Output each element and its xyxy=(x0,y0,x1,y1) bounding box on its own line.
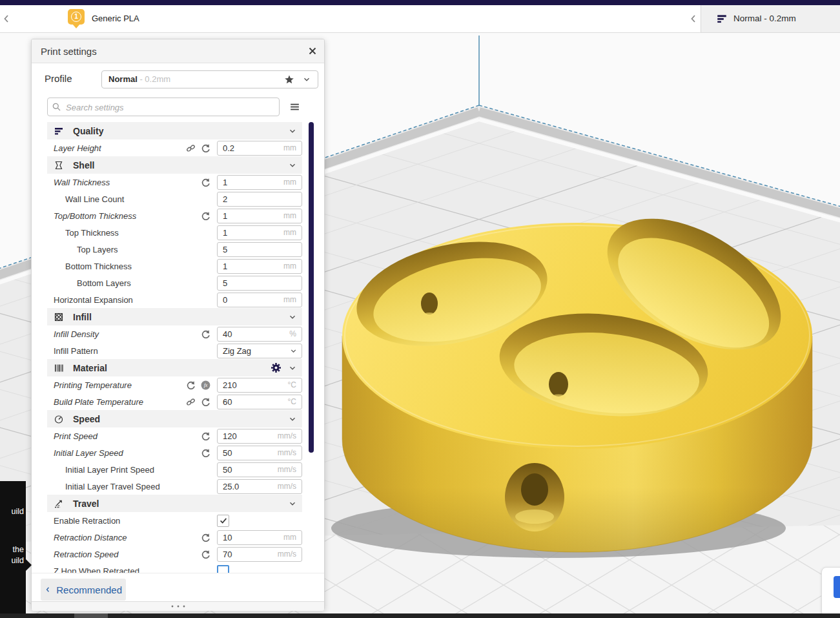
chevron-down-icon[interactable] xyxy=(288,415,297,424)
profile-label: Profile xyxy=(45,73,72,84)
collapse-material-chevron-icon[interactable] xyxy=(1,14,12,24)
reset-icon[interactable] xyxy=(200,532,211,543)
reset-icon[interactable] xyxy=(200,329,211,340)
setting-value-field[interactable]: 210°C xyxy=(217,378,302,393)
panel-header[interactable]: Print settings xyxy=(32,39,324,63)
setting-checkbox[interactable] xyxy=(217,515,229,527)
settings-menu-icon[interactable] xyxy=(289,101,300,112)
star-icon[interactable] xyxy=(284,74,294,85)
setting-value-field[interactable]: 120mm/s xyxy=(217,429,302,444)
chevron-down-icon[interactable] xyxy=(288,161,297,170)
setting-value-field[interactable]: 25.0mm/s xyxy=(217,479,302,494)
print-settings-summary-button[interactable]: Normal - 0.2mm xyxy=(701,5,840,32)
category-shell[interactable]: Shell xyxy=(47,156,302,174)
search-box[interactable] xyxy=(47,98,280,116)
setting-label: Retraction Distance xyxy=(47,533,200,542)
setting-row-enable-retraction: Enable Retraction xyxy=(47,512,302,529)
collapse-settings-chevron-icon[interactable] xyxy=(688,14,699,24)
setting-value-column xyxy=(217,565,302,573)
setting-value-field[interactable]: 1mm xyxy=(217,259,302,274)
setting-label: Bottom Thickness xyxy=(47,262,217,271)
extruder-badge[interactable]: 1 xyxy=(68,9,85,25)
setting-row-layer-height: Layer Height0.2mm xyxy=(47,139,302,156)
reset-icon[interactable] xyxy=(200,211,211,221)
reset-icon[interactable] xyxy=(200,431,211,442)
search-icon xyxy=(52,102,61,112)
gear-icon[interactable] xyxy=(271,362,282,373)
search-input[interactable] xyxy=(65,99,274,116)
setting-value-column: 2 xyxy=(217,192,302,207)
chevron-down-icon[interactable] xyxy=(288,313,297,322)
setting-value: Zig Zag xyxy=(223,346,289,356)
setting-value: 70 xyxy=(223,550,278,559)
panel-drag-handle[interactable] xyxy=(32,601,324,611)
setting-value-column: 50mm/s xyxy=(217,446,302,460)
setting-row-icons xyxy=(200,329,211,340)
setting-unit: mm/s xyxy=(278,431,296,440)
category-infill[interactable]: Infill xyxy=(47,308,302,325)
setting-value-field[interactable]: 10mm xyxy=(217,530,302,545)
setting-value-column: 120mm/s xyxy=(217,429,302,444)
chevron-down-icon[interactable] xyxy=(302,75,311,84)
chevron-down-icon[interactable] xyxy=(289,347,298,355)
setting-value-field[interactable]: 5 xyxy=(217,276,302,291)
setting-value-field[interactable]: 40% xyxy=(217,327,302,342)
setting-row-retraction-distance: Retraction Distance10mm xyxy=(47,529,302,546)
chevron-down-icon[interactable] xyxy=(288,127,297,136)
reset-icon[interactable] xyxy=(185,380,196,391)
recommended-button[interactable]: Recommended xyxy=(41,579,126,601)
fx-icon[interactable]: fx xyxy=(200,380,211,391)
build-plate-tooltip: uild the uild xyxy=(0,481,26,615)
reset-icon[interactable] xyxy=(200,397,211,407)
setting-value-field[interactable]: 2 xyxy=(217,192,302,207)
category-label: Quality xyxy=(73,126,288,136)
top-bar: 1 Generic PLA Normal - 0.2mm xyxy=(0,5,840,33)
setting-value-column: 50mm/s xyxy=(217,462,302,477)
setting-value-column: 210°C xyxy=(217,378,302,393)
setting-label: Horizontal Expansion xyxy=(47,295,217,305)
setting-value: 5 xyxy=(223,245,302,254)
close-icon[interactable] xyxy=(307,46,318,56)
chevron-down-icon[interactable] xyxy=(288,499,297,508)
setting-row-infill-density: Infill Density40% xyxy=(47,325,302,342)
setting-value-field[interactable]: 50mm/s xyxy=(217,462,302,477)
category-quality[interactable]: Quality xyxy=(47,122,302,139)
reset-icon[interactable] xyxy=(200,549,211,560)
setting-checkbox[interactable] xyxy=(217,565,229,573)
category-material[interactable]: Material xyxy=(47,359,302,376)
setting-value: 1 xyxy=(223,211,283,221)
link-icon[interactable] xyxy=(185,143,196,154)
setting-label: Enable Retraction xyxy=(47,516,217,526)
setting-value-field[interactable]: 0.2mm xyxy=(217,141,302,156)
settings-scrollbar[interactable] xyxy=(309,122,314,453)
reset-icon[interactable] xyxy=(200,177,211,188)
setting-value-field[interactable]: 0mm xyxy=(217,293,302,307)
setting-select[interactable]: Zig Zag xyxy=(217,344,302,358)
setting-label: Top Thickness xyxy=(47,228,217,238)
profile-summary-label: Normal - 0.2mm xyxy=(733,5,796,32)
category-speed[interactable]: Speed xyxy=(47,410,302,427)
setting-value-column: 1mm xyxy=(217,259,302,274)
setting-value-field[interactable]: 5 xyxy=(217,242,302,257)
profile-dropdown[interactable]: Normal - 0.2mm xyxy=(101,70,318,88)
speed-icon xyxy=(54,414,64,424)
slice-button[interactable] xyxy=(834,576,840,598)
setting-value-field[interactable]: 1mm xyxy=(217,209,302,223)
reset-icon[interactable] xyxy=(200,143,211,154)
setting-value: 0.2 xyxy=(223,143,283,153)
setting-value-field[interactable]: 50mm/s xyxy=(217,446,302,460)
material-name[interactable]: Generic PLA xyxy=(92,5,139,32)
setting-value-field[interactable]: 1mm xyxy=(217,225,302,240)
setting-value: 0 xyxy=(223,295,283,305)
setting-value: 1 xyxy=(223,228,283,238)
category-travel[interactable]: Travel xyxy=(47,495,302,512)
setting-value-field[interactable]: 70mm/s xyxy=(217,547,302,562)
chevron-down-icon[interactable] xyxy=(288,364,297,373)
extruder-number: 1 xyxy=(71,12,81,22)
setting-value-field[interactable]: 1mm xyxy=(217,175,302,190)
link-icon[interactable] xyxy=(185,397,196,407)
setting-value-field[interactable]: 60°C xyxy=(217,395,302,409)
category-label: Speed xyxy=(73,414,288,424)
reset-icon[interactable] xyxy=(200,448,211,458)
setting-value-column: Zig Zag xyxy=(217,344,302,358)
